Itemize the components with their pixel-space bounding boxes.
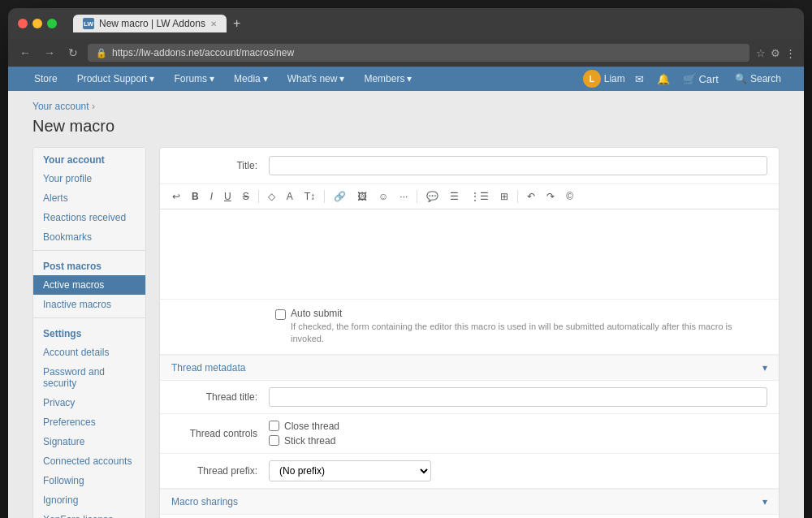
maximize-window-button[interactable] xyxy=(47,19,57,28)
address-bar[interactable]: 🔒 https://lw-addons.net/account/macros/n… xyxy=(88,44,749,62)
stick-thread-checkbox[interactable] xyxy=(269,435,279,446)
editor-image-button[interactable]: 🖼 xyxy=(353,189,371,204)
layout-container: Your account Your profile Alerts Reactio… xyxy=(32,147,780,518)
breadcrumb-account-link[interactable]: Your account xyxy=(32,101,89,112)
title-row: Title: xyxy=(160,148,779,184)
auto-submit-row: Auto submit If checked, the form contain… xyxy=(160,300,779,355)
close-thread-item: Close thread xyxy=(269,421,339,432)
editor-sep-1 xyxy=(258,190,259,203)
thread-title-row: Thread title: xyxy=(160,381,779,414)
thread-controls-group: Close thread Stick thread xyxy=(269,421,339,447)
editor-italic-button[interactable]: I xyxy=(206,189,217,204)
editor-emoji-button[interactable]: ☺ xyxy=(374,189,392,204)
sidebar-item-account-details[interactable]: Account details xyxy=(33,343,145,362)
sidebar-item-xenforo[interactable]: XenForo license status xyxy=(33,510,145,518)
sidebar-item-password[interactable]: Password and security xyxy=(33,362,145,393)
sidebar-item-ignoring[interactable]: Ignoring xyxy=(33,490,145,510)
sidebar-item-following[interactable]: Following xyxy=(33,471,145,490)
editor-quote-button[interactable]: 💬 xyxy=(422,189,443,204)
nav-user[interactable]: L Liam xyxy=(583,70,625,88)
sidebar-item-profile[interactable]: Your profile xyxy=(33,169,145,188)
tab-bar: LW New macro | LW Addons ✕ + xyxy=(73,15,794,32)
tab-favicon: LW xyxy=(83,18,94,29)
bookmark-icon[interactable]: ☆ xyxy=(756,47,766,59)
editor-copyright-button[interactable]: © xyxy=(562,189,577,204)
nav-forums[interactable]: Forums ▾ xyxy=(164,67,224,91)
nav-store[interactable]: Store xyxy=(24,67,67,91)
sidebar-item-reactions[interactable]: Reactions received xyxy=(33,208,145,227)
active-tab[interactable]: LW New macro | LW Addons ✕ xyxy=(73,15,227,32)
sidebar-item-privacy[interactable]: Privacy xyxy=(33,393,145,412)
thread-prefix-select[interactable]: (No prefix) xyxy=(269,460,431,481)
main-form: Title: ↩ B I U S ◇ A xyxy=(159,147,780,518)
editor-list-button[interactable]: ☰ xyxy=(446,189,463,204)
editor-more-button[interactable]: ··· xyxy=(395,189,412,204)
close-window-button[interactable] xyxy=(18,19,28,28)
editor-font-size-button[interactable]: T↕ xyxy=(300,189,319,204)
reload-button[interactable]: ↻ xyxy=(65,45,81,61)
editor-content[interactable] xyxy=(160,209,779,299)
alerts-icon[interactable]: 🔔 xyxy=(654,73,673,85)
editor-underline-button[interactable]: U xyxy=(220,189,235,204)
editor-table-button[interactable]: ⊞ xyxy=(496,189,512,204)
tab-close-icon[interactable]: ✕ xyxy=(210,19,217,28)
auto-submit-checkbox[interactable] xyxy=(275,309,286,320)
nav-product-support[interactable]: Product Support ▾ xyxy=(67,67,165,91)
stick-thread-item: Stick thread xyxy=(269,435,339,447)
minimize-window-button[interactable] xyxy=(32,19,42,28)
chevron-down-icon: ▾ xyxy=(339,73,344,84)
nav-whats-new[interactable]: What's new ▾ xyxy=(278,67,355,91)
title-input[interactable] xyxy=(269,156,767,175)
close-thread-checkbox[interactable] xyxy=(269,421,279,431)
sidebar-item-bookmarks[interactable]: Bookmarks xyxy=(33,227,145,247)
thread-controls-label: Thread controls xyxy=(171,428,269,439)
sidebar-section-account: Your account xyxy=(33,148,145,169)
lock-icon: 🔒 xyxy=(96,48,107,58)
tab-title: New macro | LW Addons xyxy=(99,18,205,29)
sidebar-item-connected[interactable]: Connected accounts xyxy=(33,451,145,471)
editor-undo-button[interactable]: ↶ xyxy=(523,189,539,204)
sidebar-item-preferences[interactable]: Preferences xyxy=(33,412,145,432)
search-button[interactable]: 🔍 Search xyxy=(728,70,788,88)
notifications-icon[interactable]: ✉ xyxy=(632,73,647,85)
browser-toolbar: ← → ↻ 🔒 https://lw-addons.net/account/ma… xyxy=(8,39,804,67)
editor-sep-2 xyxy=(324,190,325,203)
browser-titlebar: LW New macro | LW Addons ✕ + xyxy=(8,8,804,39)
editor-strikethrough-button[interactable]: S xyxy=(239,189,253,204)
auto-submit-label: Auto submit xyxy=(291,308,767,319)
toolbar-icons: ☆ ⚙ ⋮ xyxy=(756,47,796,59)
editor-undo-icon[interactable]: ↩ xyxy=(168,189,184,204)
nav-media[interactable]: Media ▾ xyxy=(224,67,278,91)
chevron-down-icon: ▾ xyxy=(209,73,214,84)
nav-members[interactable]: Members ▾ xyxy=(354,67,421,91)
thread-title-input[interactable] xyxy=(269,387,767,407)
sidebar-item-active-macros[interactable]: Active macros xyxy=(33,275,145,295)
macro-sharings-header[interactable]: Macro sharings ▾ xyxy=(160,489,779,515)
thread-prefix-row: Thread prefix: (No prefix) xyxy=(160,454,779,489)
forward-button[interactable]: → xyxy=(41,45,58,61)
cart-icon[interactable]: 🛒 Cart xyxy=(680,73,722,85)
sidebar-section-settings: Settings xyxy=(33,322,145,343)
page-title: New macro xyxy=(32,117,780,136)
extensions-icon[interactable]: ⚙ xyxy=(771,47,780,59)
new-tab-button[interactable]: + xyxy=(233,16,240,31)
editor-ordered-list-button[interactable]: ⋮☰ xyxy=(466,189,493,204)
sidebar-divider-1 xyxy=(33,250,145,251)
editor-redo-button[interactable]: ↷ xyxy=(542,189,559,204)
site-nav: Store Product Support ▾ Forums ▾ Media ▾… xyxy=(8,67,804,91)
sidebar-item-inactive-macros[interactable]: Inactive macros xyxy=(33,295,145,314)
back-button[interactable]: ← xyxy=(16,45,34,61)
editor-highlight-button[interactable]: ◇ xyxy=(264,189,279,204)
editor-link-button[interactable]: 🔗 xyxy=(330,189,350,204)
traffic-lights xyxy=(18,19,57,28)
editor-color-button[interactable]: A xyxy=(283,189,297,204)
more-icon[interactable]: ⋮ xyxy=(785,47,796,59)
nav-right: L Liam ✉ 🔔 🛒 Cart 🔍 Search xyxy=(583,70,788,88)
thread-metadata-header[interactable]: Thread metadata ▾ xyxy=(160,355,779,381)
sidebar-item-signature[interactable]: Signature xyxy=(33,432,145,451)
sidebar-item-alerts[interactable]: Alerts xyxy=(33,188,145,208)
avatar: L xyxy=(583,70,601,88)
editor-bold-button[interactable]: B xyxy=(188,189,203,204)
search-icon: 🔍 xyxy=(735,73,747,84)
editor-sep-3 xyxy=(417,190,417,203)
